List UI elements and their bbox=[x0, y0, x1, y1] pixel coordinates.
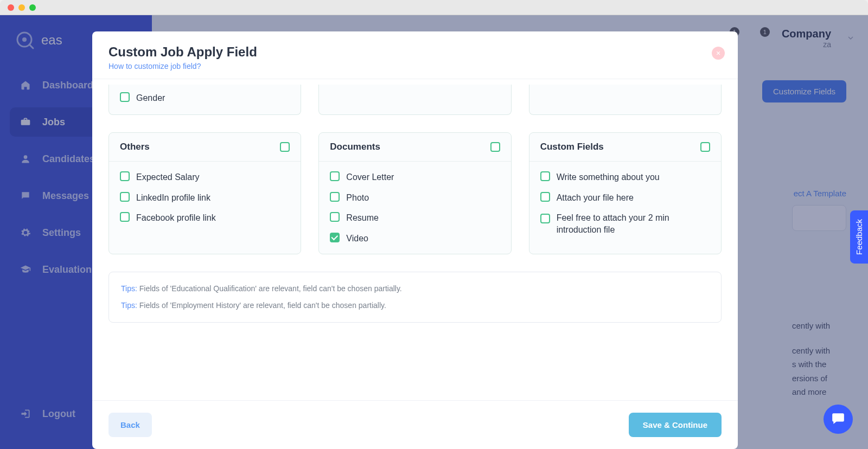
card-title: Custom Fields bbox=[540, 142, 604, 152]
tip-text: Fields of 'Employment History' are relev… bbox=[137, 301, 386, 310]
window-close-dot[interactable] bbox=[8, 4, 14, 11]
card-others: Others Expected Salary LinkedIn profile … bbox=[108, 132, 301, 254]
back-button[interactable]: Back bbox=[108, 413, 152, 437]
field-label: Cover Letter bbox=[346, 171, 394, 183]
card-title: Documents bbox=[330, 142, 380, 152]
modal-body: Gender Others Expected bbox=[92, 79, 738, 400]
tip-label: Tips: bbox=[121, 284, 137, 293]
modal-footer: Back Save & Continue bbox=[92, 400, 738, 449]
field-option-gender[interactable]: Gender bbox=[120, 92, 290, 104]
tip-line: Tips: Fields of 'Educational Qualificati… bbox=[121, 283, 709, 294]
checkbox[interactable] bbox=[540, 192, 550, 202]
window-maximize-dot[interactable] bbox=[29, 4, 36, 11]
field-option-intro-file[interactable]: Feel free to attach your 2 min introduct… bbox=[540, 212, 710, 235]
field-option-video[interactable]: Video bbox=[330, 233, 500, 245]
close-icon: × bbox=[716, 49, 720, 57]
checkbox[interactable] bbox=[330, 212, 340, 222]
card-partial-empty-1 bbox=[318, 85, 511, 115]
modal-header: Custom Job Apply Field How to customize … bbox=[92, 31, 738, 79]
field-label: Gender bbox=[136, 92, 165, 104]
checkbox[interactable] bbox=[330, 171, 340, 181]
chat-launcher[interactable] bbox=[824, 405, 853, 434]
checkbox[interactable] bbox=[330, 233, 340, 242]
field-option-expected-salary[interactable]: Expected Salary bbox=[120, 171, 290, 183]
checkbox[interactable] bbox=[120, 212, 130, 222]
checkbox[interactable] bbox=[120, 92, 130, 102]
custom-job-apply-modal: Custom Job Apply Field How to customize … bbox=[92, 31, 738, 449]
window-titlebar bbox=[0, 0, 868, 15]
tip-text: Fields of 'Educational Qualification' ar… bbox=[137, 284, 402, 293]
field-option-linkedin[interactable]: LinkedIn profile link bbox=[120, 192, 290, 204]
checkbox[interactable] bbox=[540, 171, 550, 181]
help-link[interactable]: How to customize job field? bbox=[108, 62, 201, 70]
checkbox[interactable] bbox=[120, 192, 130, 202]
checkbox[interactable] bbox=[120, 171, 130, 181]
field-option-facebook[interactable]: Facebook profile link bbox=[120, 212, 290, 224]
checkbox-select-all-documents[interactable] bbox=[490, 142, 500, 152]
field-option-attach-file[interactable]: Attach your file here bbox=[540, 192, 710, 204]
field-label: Attach your file here bbox=[557, 192, 634, 204]
checkbox[interactable] bbox=[540, 214, 550, 223]
field-label: LinkedIn profile link bbox=[136, 192, 210, 204]
field-option-about-you[interactable]: Write something about you bbox=[540, 171, 710, 183]
checkbox-select-all-others[interactable] bbox=[280, 142, 290, 152]
card-partial-empty-2 bbox=[529, 85, 722, 115]
field-label: Expected Salary bbox=[136, 171, 200, 183]
tip-line: Tips: Fields of 'Employment History' are… bbox=[121, 300, 709, 311]
card-partial-basic: Gender bbox=[108, 85, 301, 115]
modal-title: Custom Job Apply Field bbox=[108, 44, 722, 60]
field-option-cover-letter[interactable]: Cover Letter bbox=[330, 171, 500, 183]
tip-label: Tips: bbox=[121, 301, 137, 310]
feedback-tab[interactable]: Feedback bbox=[850, 210, 868, 264]
close-button[interactable]: × bbox=[712, 47, 725, 60]
field-label: Write something about you bbox=[557, 171, 660, 183]
tips-box: Tips: Fields of 'Educational Qualificati… bbox=[108, 272, 722, 323]
card-custom-fields: Custom Fields Write something about you … bbox=[529, 132, 722, 254]
card-title: Others bbox=[120, 142, 150, 152]
save-continue-button[interactable]: Save & Continue bbox=[629, 413, 722, 437]
card-documents: Documents Cover Letter Photo bbox=[318, 132, 511, 254]
field-label: Resume bbox=[346, 212, 379, 224]
field-option-resume[interactable]: Resume bbox=[330, 212, 500, 224]
field-option-photo[interactable]: Photo bbox=[330, 192, 500, 204]
field-label: Video bbox=[346, 233, 368, 245]
checkbox[interactable] bbox=[330, 192, 340, 202]
field-label: Facebook profile link bbox=[136, 212, 216, 224]
checkbox-select-all-custom[interactable] bbox=[700, 142, 710, 152]
field-label: Photo bbox=[346, 192, 369, 204]
field-label: Feel free to attach your 2 min introduct… bbox=[557, 212, 710, 235]
window-minimize-dot[interactable] bbox=[18, 4, 25, 11]
chat-icon bbox=[831, 411, 845, 427]
